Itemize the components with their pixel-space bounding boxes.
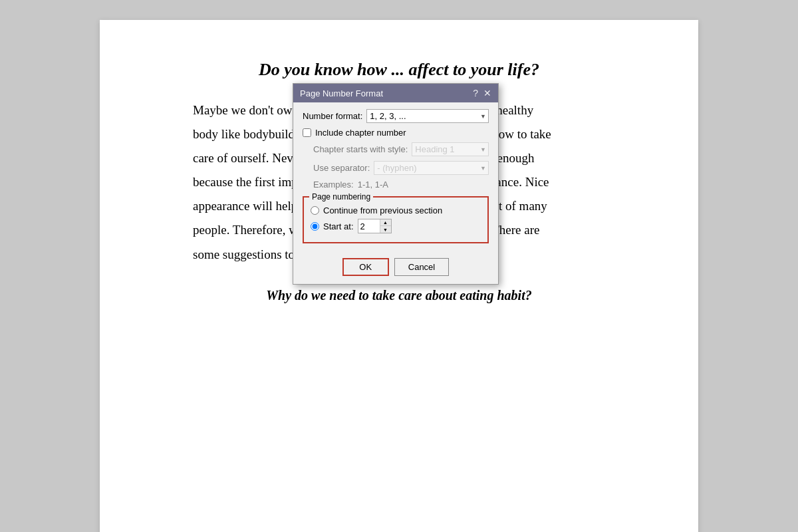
document-subheading: Why do we need to take care about eating…: [153, 288, 645, 303]
heading-end: affect to your life?: [408, 60, 539, 79]
chapter-starts-label: Chapter starts with style:: [303, 144, 408, 154]
separator-select-wrapper: - (hyphen) . (period) : (colon) — (em da…: [374, 161, 489, 175]
document-heading: Do you know how ... affect to your life?: [153, 60, 645, 80]
chapter-starts-select-wrapper: Heading 1: [412, 142, 489, 156]
dialog-titlebar: Page Number Format ? ✕: [293, 84, 498, 102]
close-icon[interactable]: ✕: [483, 88, 491, 98]
continue-radio-row: Continue from previous section: [311, 205, 481, 215]
cancel-button[interactable]: Cancel: [394, 258, 449, 276]
include-chapter-checkbox[interactable]: [303, 128, 311, 137]
page-numbering-title: Page numbering: [309, 192, 373, 201]
examples-label: Examples:: [303, 180, 354, 190]
start-at-label[interactable]: Start at:: [323, 221, 354, 231]
continue-radio[interactable]: [311, 206, 319, 215]
dialog-buttons: OK Cancel: [293, 255, 498, 284]
examples-value: 1-1, 1-A: [358, 180, 388, 190]
page-numbering-section: Page numbering Continue from previous se…: [303, 196, 489, 243]
spinner-arrows: ▲ ▼: [380, 219, 391, 233]
start-at-spinner: ▲ ▼: [358, 219, 392, 233]
dialog-titlebar-icons: ? ✕: [473, 88, 491, 98]
start-at-row: Start at: ▲ ▼: [311, 219, 481, 233]
ok-button[interactable]: OK: [342, 258, 389, 276]
heading-start: Do you know how: [259, 60, 387, 79]
number-format-select-wrapper: 1, 2, 3, ... i, ii, iii, ... I, II, III,…: [366, 109, 489, 123]
number-format-select[interactable]: 1, 2, 3, ... i, ii, iii, ... I, II, III,…: [366, 109, 489, 123]
dialog-body: Number format: 1, 2, 3, ... i, ii, iii, …: [293, 102, 498, 255]
number-format-label: Number format:: [303, 111, 362, 121]
include-chapter-row: Include chapter number: [303, 128, 489, 138]
separator-row: Use separator: - (hyphen) . (period) : (…: [303, 161, 489, 175]
spinner-down-button[interactable]: ▼: [380, 226, 391, 233]
help-icon[interactable]: ?: [473, 88, 478, 98]
include-chapter-label[interactable]: Include chapter number: [315, 128, 406, 138]
modal-overlay: Page Number Format ? ✕ Number format: 1,…: [100, 20, 698, 532]
continue-label[interactable]: Continue from previous section: [323, 205, 442, 215]
start-at-radio[interactable]: [311, 222, 319, 231]
start-at-input[interactable]: [358, 221, 380, 232]
use-separator-label: Use separator:: [303, 163, 370, 173]
chapter-starts-section: Chapter starts with style: Heading 1 Use…: [303, 142, 489, 190]
chapter-starts-row: Chapter starts with style: Heading 1: [303, 142, 489, 156]
dialog-title: Page Number Format: [300, 88, 473, 98]
page-numbering-content: Continue from previous section Start at:…: [311, 205, 481, 233]
page-number-format-dialog: Page Number Format ? ✕ Number format: 1,…: [293, 83, 499, 285]
number-format-row: Number format: 1, 2, 3, ... i, ii, iii, …: [303, 109, 489, 123]
examples-row: Examples: 1-1, 1-A: [303, 180, 489, 190]
document-page: Do you know how ... affect to your life?…: [100, 20, 698, 532]
spinner-up-button[interactable]: ▲: [380, 219, 391, 226]
chapter-starts-select[interactable]: Heading 1: [412, 142, 489, 156]
separator-select[interactable]: - (hyphen) . (period) : (colon) — (em da…: [374, 161, 489, 175]
